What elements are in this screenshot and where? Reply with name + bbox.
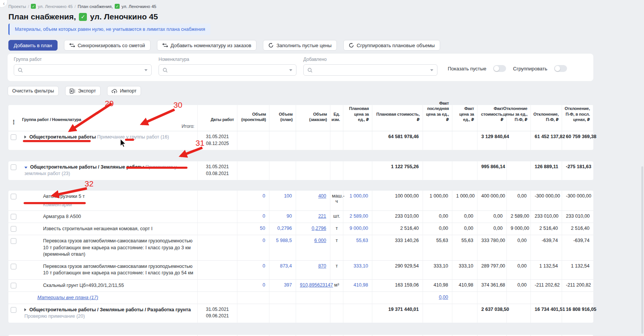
cell-dev-pf: 126 889,11 [531,161,562,180]
cell-fact-price [452,131,477,150]
row-checkbox[interactable] [11,194,16,199]
collapse-panel-button[interactable]: ‹ [0,0,8,8]
cell-value[interactable]: 870 [318,263,326,269]
cell-value: -300 000,00 [535,193,560,199]
group-toggle[interactable] [554,65,567,72]
cell-value[interactable]: 910,895623147 [300,282,333,288]
expand-caret-icon[interactable] [24,135,26,139]
cell-dev-pf: -211 202,62 [531,280,562,291]
nomenclature-filter-input[interactable] [159,64,296,76]
cell-value: -639,74 [574,238,590,243]
cell-value: 410,98 [434,282,448,288]
cell-value: 2 516,40 [571,226,590,231]
cell-vol-ord: 0,2796 [296,223,330,235]
row-checkbox[interactable] [11,238,16,244]
cell-plan-cost: 290 929,54 [372,261,423,279]
sync-label: Синхронизировать со сметой [78,43,145,48]
cell-dates [198,280,237,291]
added-filter-input[interactable] [303,64,437,76]
table-section: Общестроительные работы / Земляные работ… [8,161,593,180]
clear-filters-button[interactable]: Очистить фильтры [8,86,59,96]
material-comment[interactable]: Комментарий [24,202,194,208]
cell-value: т [336,238,338,243]
add-to-plan-button[interactable]: Добавить в план [8,40,58,51]
filter-work-group: Группа работ [14,57,152,76]
cell-value: -275 181,63 [566,164,591,169]
cell-value[interactable]: 0,2796 [312,226,326,231]
refresh-icon [268,43,274,48]
cell-value: 9 000,00 [511,226,529,231]
row-checkbox[interactable] [11,283,16,288]
cell-fact-cost: 0,00 [477,223,507,235]
nomenclature-filter-label: Номенклатура [159,57,296,62]
cell-dev-pf: 1 132,54 [531,261,562,279]
column-header-label: Даты работ [211,117,234,123]
cell-dates [198,211,237,223]
add-nomenclature-button[interactable]: Добавить номенклатуру из заказов [157,40,257,51]
group-note[interactable]: Примечание у группы работ (16) [97,134,169,140]
export-button[interactable]: Экспорт [65,86,101,96]
breadcrumb-project[interactable]: ул. Леночкино 45 [38,4,72,9]
page-title: План снабжения, ✓ ул. Леночкино 45 [8,12,158,21]
cell-value: 374 361,68 [481,282,505,288]
cell-value[interactable]: 6 000 [314,238,326,243]
column-header-plan-cost: Плановая стоимость, ₽ [372,105,423,131]
cell-dev-price: 9 000,00 [507,223,531,235]
column-header-vol-proj: Объем (проектный) [237,105,269,131]
collapse-caret-icon[interactable] [24,167,27,169]
cell-value: 163 159,06 [395,282,419,288]
cell-value[interactable]: 0,00 [439,295,448,300]
cell-plan-price: 55,63 [343,235,372,260]
fill-empty-prices-button[interactable]: Заполнить пустые цены [263,40,337,51]
breadcrumb-projects[interactable]: Проекты [8,4,26,9]
cell-unit [330,131,343,150]
column-header-label: Группа работ / Номенклатура [22,117,81,123]
search-icon [18,68,23,73]
toolbar: Добавить в план Синхронизировать со смет… [8,40,440,51]
work-group-filter-input[interactable] [14,64,152,76]
group-plan-volumes-button[interactable]: Сгруппировать плановые объемы [343,40,440,51]
cell-vol-proj: 0 [237,280,269,291]
cell-value[interactable]: 221 [318,213,326,219]
row-checkbox[interactable] [11,226,16,232]
expand-caret-icon[interactable] [24,308,26,311]
cell-handle [8,235,19,260]
row-checkbox[interactable] [11,214,16,220]
work-date: 09.06.2021 [202,313,233,319]
material-row: Известь строительная негашеная комовая, … [8,223,593,235]
cell-plan-cost: 1 122 755,26 [372,161,423,180]
row-checkbox[interactable] [11,164,16,170]
cell-fact-cost: 3 129 840,64 [477,131,507,150]
cell-fact-price [452,304,477,323]
cell-plan-cost: 64 581 978,46 [372,131,423,150]
import-button[interactable]: Импорт [107,86,141,96]
cell-unit [330,292,343,304]
material-name: Арматура 8 А500 [24,213,194,220]
column-header-fact-price: Факт цена за ед., ₽ [452,105,477,131]
out-of-plan-link[interactable]: Материалы вне плана (17) [24,295,98,300]
cell-unit: маш.-ч [330,191,343,210]
cell-value[interactable]: 400 [318,193,326,199]
cell-value: 126 889,11 [535,164,558,169]
row-checkbox[interactable] [11,264,16,269]
cell-dev-last: 16 808 916,05 [562,304,593,323]
cell-value: шт. [333,213,340,219]
drag-handle-icon[interactable]: ⋮ [11,120,17,124]
cell-value: 90 [287,213,292,219]
cell-plan-price: 333,10 [343,261,372,279]
cell-vol-proj [237,131,269,150]
cell-value: 0 [263,263,265,269]
material-row: Перевозка грузов автомобилями-самосвалам… [8,260,593,279]
group-note[interactable]: Проверяю примечание (20) [24,314,85,319]
group-row: Общестроительные работы / Земляные работ… [8,161,593,180]
row-checkbox[interactable] [11,307,16,313]
vertical-scrollbar[interactable] [641,166,643,334]
sync-with-estimate-button[interactable]: Синхронизировать со сметой [64,40,151,51]
row-checkbox[interactable] [11,134,16,140]
cell-vol-plan [269,304,296,323]
cell-name: Скальный грунт Цб=493,20/1,2/11,55 [19,280,198,291]
cell-handle [8,280,19,291]
material-row: Автопогрузчики 5 тКомментарий0100400маш.… [8,191,593,210]
cell-value: 0,2796 [277,226,292,231]
show-empty-toggle[interactable] [493,65,506,72]
